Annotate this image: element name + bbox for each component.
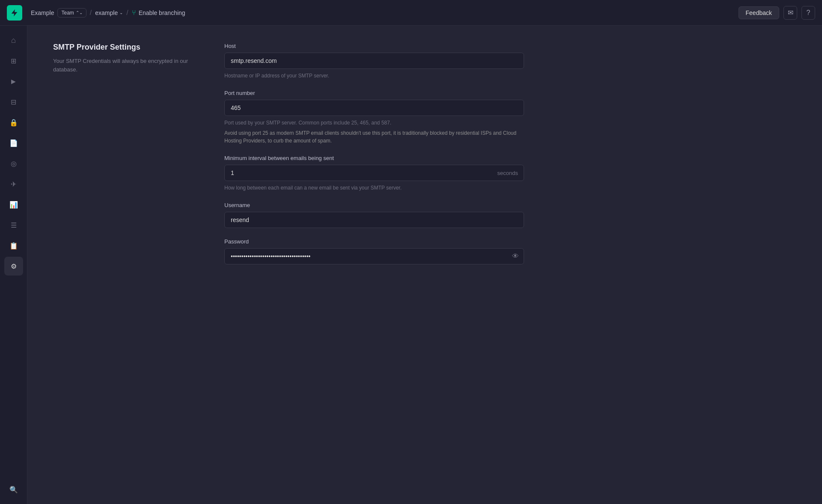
settings-title: SMTP Provider Settings — [53, 43, 199, 52]
host-hint: Hostname or IP address of your SMTP serv… — [224, 72, 524, 80]
min-interval-hint: How long between each email can a new em… — [224, 184, 524, 192]
sidebar-item-grid[interactable]: ⊞ — [4, 51, 23, 70]
port-field-group: Port number Port used by your SMTP serve… — [224, 90, 524, 145]
port-input[interactable] — [224, 100, 524, 116]
sidebar-item-file[interactable]: 📄 — [4, 133, 23, 152]
main-layout: ⌂ ⊞ ▶ ⊟ 🔒 📄 ◎ ✈ 📊 ☰ 📋 — [0, 26, 822, 504]
help-icon-button[interactable]: ? — [801, 6, 815, 20]
password-input-wrapper: 👁 — [224, 248, 524, 264]
project-name: Example — [31, 9, 54, 16]
eye-icon: 👁 — [512, 252, 519, 260]
branch-icon: ⑂ — [132, 9, 136, 17]
min-interval-label: Minimum interval between emails being se… — [224, 155, 524, 161]
analytics-icon: ◎ — [11, 160, 17, 168]
grid-icon: ⊞ — [11, 57, 16, 65]
toggle-password-button[interactable]: 👁 — [512, 252, 519, 260]
sidebar-item-send[interactable]: ✈ — [4, 175, 23, 193]
min-interval-input-wrapper: seconds — [224, 165, 524, 181]
sidebar: ⌂ ⊞ ▶ ⊟ 🔒 📄 ◎ ✈ 📊 ☰ 📋 — [0, 26, 27, 504]
settings-icon: ⚙ — [11, 262, 17, 270]
team-label: Team — [61, 10, 74, 16]
settings-form: Host Hostname or IP address of your SMTP… — [224, 43, 524, 275]
host-input[interactable] — [224, 53, 524, 69]
example-label: example — [95, 9, 118, 16]
password-input[interactable] — [224, 248, 524, 264]
settings-layout: SMTP Provider Settings Your SMTP Credent… — [53, 43, 524, 275]
min-interval-input[interactable] — [224, 165, 524, 181]
terminal-icon: ▶ — [11, 78, 16, 85]
feedback-button[interactable]: Feedback — [739, 6, 779, 19]
breadcrumb: Example Team ⌃⌄ / example ⌄ / ⑂ Enable b… — [31, 8, 733, 18]
sidebar-item-search[interactable]: 🔍 — [4, 480, 23, 499]
password-field-group: Password 👁 — [224, 238, 524, 264]
search-icon: 🔍 — [9, 486, 18, 494]
settings-left-panel: SMTP Provider Settings Your SMTP Credent… — [53, 43, 199, 275]
sidebar-item-settings[interactable]: ⚙ — [4, 257, 23, 276]
port-hint-2: Avoid using port 25 as modern SMTP email… — [224, 129, 524, 145]
username-label: Username — [224, 202, 524, 208]
mail-icon-button[interactable]: ✉ — [783, 6, 797, 20]
username-field-group: Username — [224, 202, 524, 228]
host-field-group: Host Hostname or IP address of your SMTP… — [224, 43, 524, 80]
team-badge[interactable]: Team ⌃⌄ — [57, 8, 86, 18]
port-hint-1: Port used by your SMTP server. Common po… — [224, 119, 524, 127]
send-icon: ✈ — [11, 180, 16, 188]
host-label: Host — [224, 43, 524, 49]
sidebar-item-home[interactable]: ⌂ — [4, 31, 23, 50]
port-label: Port number — [224, 90, 524, 96]
sidebar-item-chart[interactable]: 📊 — [4, 195, 23, 214]
chart-icon: 📊 — [9, 201, 18, 209]
sidebar-item-lock[interactable]: 🔒 — [4, 113, 23, 132]
min-interval-field-group: Minimum interval between emails being se… — [224, 155, 524, 192]
password-label: Password — [224, 238, 524, 245]
database-icon: ⊟ — [11, 98, 16, 106]
lock-icon: 🔒 — [9, 119, 18, 127]
logo[interactable] — [7, 5, 22, 21]
username-input[interactable] — [224, 212, 524, 228]
branch-section[interactable]: ⑂ Enable branching — [132, 9, 185, 17]
document-icon: 📋 — [9, 242, 18, 250]
sidebar-item-database[interactable]: ⊟ — [4, 92, 23, 111]
content-area: SMTP Provider Settings Your SMTP Credent… — [27, 26, 822, 504]
example-chevron-icon: ⌄ — [119, 10, 123, 15]
help-icon: ? — [807, 9, 810, 17]
mail-icon: ✉ — [788, 9, 793, 17]
team-chevron-icon: ⌃⌄ — [76, 10, 83, 15]
file-icon: 📄 — [9, 139, 18, 147]
list-icon: ☰ — [11, 221, 17, 229]
sidebar-item-document[interactable]: 📋 — [4, 236, 23, 255]
example-selector[interactable]: example ⌄ — [95, 9, 123, 16]
branch-label: Enable branching — [139, 9, 185, 16]
breadcrumb-sep-1: / — [90, 9, 92, 17]
sidebar-item-terminal[interactable]: ▶ — [4, 72, 23, 91]
settings-description: Your SMTP Credentials will always be enc… — [53, 57, 199, 74]
breadcrumb-sep-2: / — [126, 9, 128, 17]
topbar: Example Team ⌃⌄ / example ⌄ / ⑂ Enable b… — [0, 0, 822, 26]
sidebar-item-analytics[interactable]: ◎ — [4, 154, 23, 173]
sidebar-item-list[interactable]: ☰ — [4, 216, 23, 234]
home-icon: ⌂ — [11, 36, 16, 45]
topbar-right: Feedback ✉ ? — [739, 6, 815, 20]
